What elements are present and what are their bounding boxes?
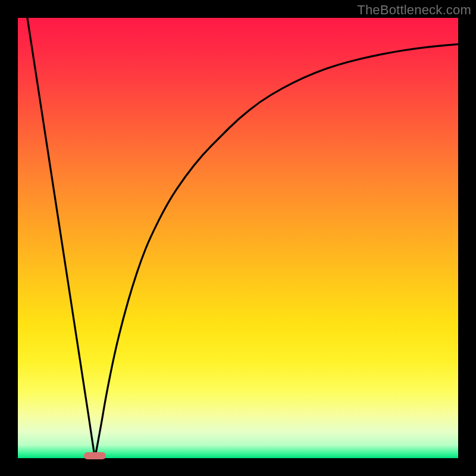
chart-frame: TheBottleneck.com: [0, 0, 476, 476]
bottleneck-curve: [18, 18, 458, 458]
bottleneck-marker: [84, 452, 106, 459]
watermark-text: TheBottleneck.com: [357, 2, 471, 18]
